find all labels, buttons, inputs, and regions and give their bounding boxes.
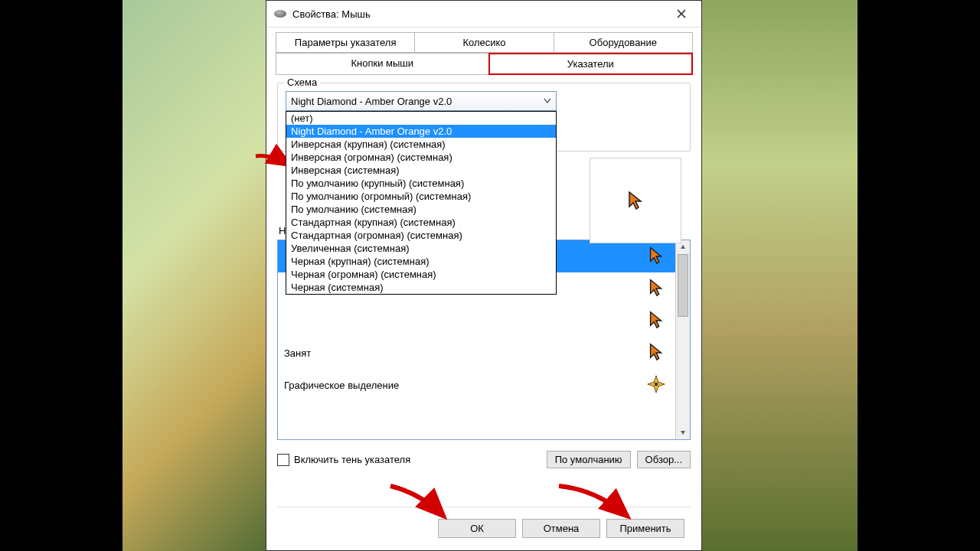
tab-wheel[interactable]: Колесико bbox=[414, 32, 554, 53]
scroll-track[interactable] bbox=[676, 254, 690, 425]
cancel-button[interactable]: Отмена bbox=[522, 519, 600, 538]
shadow-checkbox[interactable] bbox=[277, 454, 289, 466]
cursor-icon bbox=[646, 278, 666, 300]
scheme-selected-text: Night Diamond - Amber Orange v2.0 bbox=[291, 96, 452, 107]
scheme-option[interactable]: Инверсная (крупная) (системная) bbox=[286, 138, 556, 151]
scheme-option[interactable]: Черная (системная) bbox=[286, 281, 556, 294]
cursor-icon bbox=[646, 310, 666, 332]
browse-button[interactable]: Обзор... bbox=[637, 451, 691, 468]
scheme-option[interactable]: По умолчанию (огромный) (системная) bbox=[286, 190, 556, 203]
scheme-group: Схема Night Diamond - Amber Orange v2.0 … bbox=[277, 83, 691, 152]
window-title: Свойства: Мышь bbox=[292, 8, 666, 20]
tab-strip: Параметры указателя Колесико Оборудовани… bbox=[276, 32, 692, 75]
close-icon bbox=[677, 9, 686, 18]
scheme-option[interactable]: По умолчанию (крупный) (системная) bbox=[286, 177, 556, 190]
tab-pointer-params[interactable]: Параметры указателя bbox=[276, 32, 415, 53]
cursor-type-label: Занят bbox=[284, 347, 311, 359]
ok-button[interactable]: ОК bbox=[438, 519, 516, 538]
scroll-thumb[interactable] bbox=[678, 254, 688, 317]
shadow-checkbox-label: Включить тень указателя bbox=[294, 454, 410, 465]
scheme-option[interactable]: Инверсная (системная) bbox=[286, 164, 556, 177]
cursor-preview-icon bbox=[625, 190, 646, 211]
scheme-option[interactable]: Инверсная (огромная) (системная) bbox=[286, 151, 556, 164]
chevron-down-icon bbox=[544, 97, 551, 105]
titlebar: Свойства: Мышь bbox=[266, 1, 701, 28]
scheme-dropdown-list[interactable]: (нет)Night Diamond - Amber Orange v2.0Ин… bbox=[286, 111, 557, 295]
cursor-preview bbox=[590, 158, 681, 243]
close-button[interactable] bbox=[666, 4, 697, 24]
scheme-option[interactable]: Увеличенная (системная) bbox=[286, 242, 556, 255]
scheme-option[interactable]: Черная (огромная) (системная) bbox=[286, 268, 556, 281]
cursor-icon bbox=[646, 342, 666, 364]
scheme-combobox[interactable]: Night Diamond - Amber Orange v2.0 bbox=[286, 91, 557, 111]
scheme-option[interactable]: Night Diamond - Amber Orange v2.0 bbox=[286, 125, 556, 138]
cursor-list-row[interactable]: Графическое выделение bbox=[278, 369, 675, 401]
scheme-option[interactable]: (нет) bbox=[286, 112, 556, 125]
apply-button[interactable]: Применить bbox=[606, 519, 684, 538]
cursor-icon bbox=[646, 246, 666, 268]
scheme-option[interactable]: Стандартная (крупная) (системная) bbox=[286, 216, 556, 229]
scheme-option[interactable]: По умолчанию (системная) bbox=[286, 203, 556, 216]
scheme-label: Схема bbox=[284, 77, 320, 88]
mouse-properties-dialog: Свойства: Мышь Параметры указателя Колес… bbox=[266, 0, 702, 551]
cursor-list-scrollbar[interactable] bbox=[675, 240, 690, 439]
defaults-button[interactable]: По умолчанию bbox=[547, 451, 631, 468]
cursor-list-row[interactable]: Занят bbox=[278, 337, 675, 369]
tab-buttons[interactable]: Кнопки мыши bbox=[276, 53, 489, 75]
svg-rect-2 bbox=[655, 383, 658, 386]
precision-select-icon bbox=[646, 374, 666, 396]
scroll-down-button[interactable] bbox=[676, 425, 690, 439]
tab-pointers[interactable]: Указатели bbox=[488, 53, 693, 75]
tab-hardware[interactable]: Оборудование bbox=[554, 32, 693, 53]
cursor-type-label: Графическое выделение bbox=[284, 380, 399, 391]
scheme-option[interactable]: Черная (крупная) (системная) bbox=[286, 255, 556, 268]
mouse-icon bbox=[274, 10, 286, 18]
scheme-option[interactable]: Стандартная (огромная) (системная) bbox=[286, 229, 556, 242]
cursor-list-row[interactable] bbox=[278, 305, 675, 337]
